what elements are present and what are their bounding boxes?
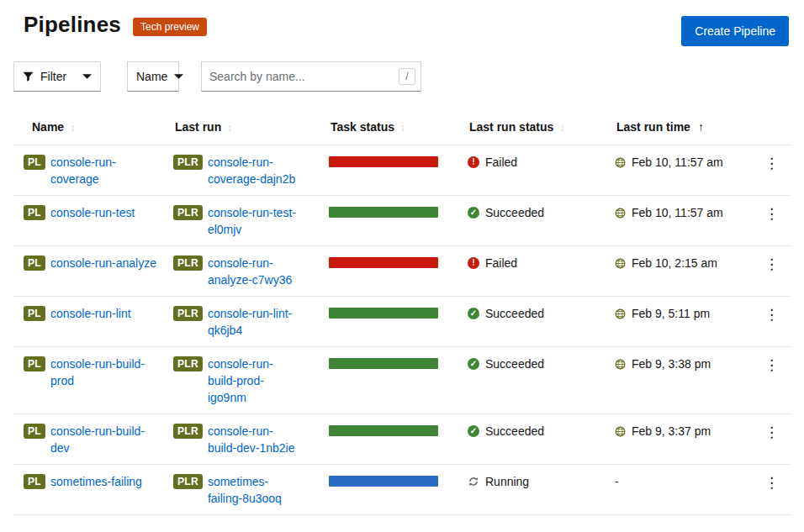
status-label: Succeeded	[485, 423, 544, 440]
pipeline-kind-badge: PL	[24, 255, 45, 271]
pipelinerun-name-link[interactable]: console-run-analyze-c7wy36	[208, 255, 302, 288]
pipelinerun-name-link[interactable]: console-run-build-prod-igo9nm	[208, 356, 302, 406]
filter-dropdown-label: Filter	[40, 70, 66, 83]
last-run-time-label: Feb 9, 3:38 pm	[632, 356, 711, 372]
succeeded-status-icon: ✓	[468, 358, 479, 370]
kebab-menu-button[interactable]: ⋮	[758, 204, 785, 224]
pipeline-kind-badge: PL	[24, 474, 45, 489]
task-status-bar	[329, 308, 438, 319]
task-status-bar	[329, 425, 438, 436]
globe-icon	[615, 258, 626, 269]
sort-icon: ↕	[400, 122, 405, 134]
table-header-row: Name↕ Last run↕ Task status↕ Last run st…	[13, 110, 791, 145]
tech-preview-badge: Tech preview	[133, 18, 207, 36]
attribute-dropdown-label: Name	[136, 70, 167, 83]
search-box: /	[201, 61, 421, 92]
pipeline-name-link[interactable]: sometimes-failing	[50, 473, 142, 490]
column-header-name[interactable]: Name↕	[13, 110, 163, 145]
column-header-task-status[interactable]: Task status↕	[319, 110, 458, 145]
attribute-dropdown[interactable]: Name	[127, 61, 179, 92]
pipeline-row: PL console-run-analyze PLR console-run-a…	[13, 246, 791, 297]
globe-icon	[615, 426, 626, 437]
column-header-last-run-status[interactable]: Last run status↕	[458, 110, 605, 145]
status-label: Succeeded	[485, 204, 544, 221]
title-group: Pipelines Tech preview	[24, 12, 207, 38]
chevron-down-icon	[174, 74, 183, 79]
pipeline-row: PL console-run-coverage PLR console-run-…	[13, 145, 791, 196]
sort-ascending-icon: ↑	[698, 120, 704, 134]
kebab-menu-button[interactable]: ⋮	[758, 255, 785, 274]
pipeline-name-link[interactable]: console-run-build-dev	[50, 423, 156, 456]
succeeded-status-icon: ✓	[468, 425, 479, 437]
column-header-last-run[interactable]: Last run↕	[163, 110, 319, 145]
running-sync-icon	[468, 476, 479, 487]
task-status-bar	[329, 257, 438, 268]
kebab-menu-button[interactable]: ⋮	[758, 356, 785, 375]
last-run-time-label: Feb 9, 3:37 pm	[632, 423, 711, 440]
globe-icon	[615, 359, 626, 370]
pipeline-row: PL console-run-lint PLR console-run-lint…	[13, 297, 791, 347]
pipelinerun-kind-badge: PLR	[173, 205, 203, 220]
pipelinerun-name-link[interactable]: console-run-lint-qk6jb4	[208, 305, 302, 339]
filter-toolbar: Filter Name /	[0, 51, 804, 110]
kebab-menu-button[interactable]: ⋮	[758, 305, 785, 324]
kebab-menu-button[interactable]: ⋮	[758, 423, 785, 442]
pipeline-row: PL console-run-build-dev PLR console-run…	[13, 414, 791, 465]
table-body: PL console-run-coverage PLR console-run-…	[13, 145, 791, 515]
globe-icon	[615, 208, 626, 219]
pipelinerun-kind-badge: PLR	[173, 255, 203, 271]
create-pipeline-button[interactable]: Create Pipeline	[681, 16, 789, 46]
task-status-bar	[329, 156, 438, 167]
status-label: Failed	[485, 154, 517, 171]
pipeline-kind-badge: PL	[24, 205, 45, 220]
page-title: Pipelines	[24, 12, 121, 38]
chevron-down-icon	[82, 74, 92, 79]
last-run-time-label: Feb 10, 2:15 am	[632, 255, 717, 271]
status-label: Failed	[485, 255, 517, 271]
pipeline-name-link[interactable]: console-run-test	[50, 204, 135, 221]
actions-column-header	[748, 110, 791, 145]
pipeline-name-link[interactable]: console-run-build-prod	[50, 356, 156, 389]
pipelinerun-name-link[interactable]: console-run-test-el0mjv	[208, 204, 302, 238]
globe-icon	[615, 308, 626, 319]
pipeline-name-link[interactable]: console-run-coverage	[50, 154, 156, 187]
search-shortcut-hint: /	[399, 68, 415, 85]
pipeline-row: PL console-run-test PLR console-run-test…	[13, 196, 791, 246]
failed-status-icon: !	[468, 156, 479, 168]
pipeline-kind-badge: PL	[24, 306, 45, 321]
pipelinerun-kind-badge: PLR	[173, 424, 203, 439]
sort-icon: ↕	[559, 122, 564, 134]
pipelinerun-kind-badge: PLR	[173, 474, 203, 489]
pipeline-name-link[interactable]: console-run-analyze	[50, 255, 156, 271]
last-run-time-label: Feb 9, 5:11 pm	[632, 305, 710, 322]
pipeline-kind-badge: PL	[24, 356, 45, 371]
filter-icon	[23, 71, 34, 82]
succeeded-status-icon: ✓	[468, 207, 479, 219]
last-run-time-label: Feb 10, 11:57 am	[632, 204, 723, 221]
pipelinerun-kind-badge: PLR	[173, 356, 203, 371]
search-input[interactable]	[201, 61, 421, 92]
pipeline-kind-badge: PL	[24, 155, 45, 170]
kebab-menu-button[interactable]: ⋮	[758, 473, 785, 492]
sort-icon: ↕	[70, 122, 75, 134]
pipelinerun-name-link[interactable]: sometimes-failing-8u3ooq	[208, 473, 302, 507]
failed-status-icon: !	[468, 257, 479, 269]
column-header-last-run-time[interactable]: Last run time↑	[605, 110, 748, 145]
kebab-menu-button[interactable]: ⋮	[758, 154, 785, 173]
last-run-time-label: -	[615, 473, 619, 490]
pipelinerun-name-link[interactable]: console-run-coverage-dajn2b	[208, 154, 302, 187]
pipelinerun-kind-badge: PLR	[173, 155, 203, 170]
filter-dropdown[interactable]: Filter	[13, 61, 101, 92]
status-label: Succeeded	[485, 305, 544, 322]
pipeline-kind-badge: PL	[24, 424, 45, 439]
last-run-time-label: Feb 10, 11:57 am	[632, 154, 723, 171]
pipeline-row: PL console-run-build-prod PLR console-ru…	[13, 347, 791, 414]
status-label: Running	[485, 473, 529, 490]
pipelinerun-name-link[interactable]: console-run-build-dev-1nb2ie	[208, 423, 302, 456]
pipelinerun-kind-badge: PLR	[173, 306, 203, 321]
page-header: Pipelines Tech preview Create Pipeline	[0, 0, 804, 51]
pipeline-name-link[interactable]: console-run-lint	[50, 305, 131, 322]
task-status-bar	[329, 207, 438, 218]
pipelines-table: Name↕ Last run↕ Task status↕ Last run st…	[13, 110, 791, 515]
pipeline-row: PL sometimes-failing PLR sometimes-faili…	[13, 465, 791, 515]
